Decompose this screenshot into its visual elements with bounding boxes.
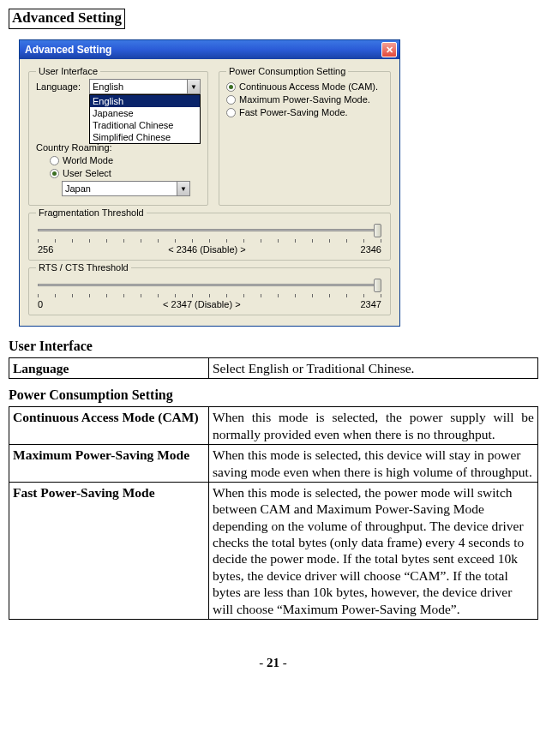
user-interface-table: Language Select English or Traditional C… xyxy=(9,357,538,379)
language-dropdown[interactable]: English ▼ xyxy=(89,79,201,94)
power-option-max-label: Maximum Power-Saving Mode. xyxy=(239,94,370,105)
user-interface-heading: User Interface xyxy=(9,339,537,354)
user-interface-legend: User Interface xyxy=(36,66,100,76)
slider-track xyxy=(38,229,381,231)
close-button[interactable]: ✕ xyxy=(381,42,397,57)
country-value: Japan xyxy=(65,183,91,194)
power-option-cam-label: Continuous Access Mode (CAM). xyxy=(239,81,378,92)
fragmentation-panel: Fragmentation Threshold 256 < 2346 (Disa… xyxy=(28,213,391,261)
frag-center: < 2346 (Disable) > xyxy=(168,244,246,255)
footer-prefix: - xyxy=(259,656,267,669)
fragmentation-slider[interactable] xyxy=(38,222,381,243)
rts-slider[interactable] xyxy=(38,277,381,297)
user-interface-panel: User Interface Language: English ▼ Engli… xyxy=(28,71,208,206)
language-option-traditional-chinese[interactable]: Traditional Chinese xyxy=(90,119,200,131)
dialog-titlebar[interactable]: Advanced Setting ✕ xyxy=(20,40,399,59)
radio-icon xyxy=(226,95,236,105)
language-value: English xyxy=(93,81,123,92)
close-icon: ✕ xyxy=(386,45,393,56)
rts-center: < 2347 (Disable) > xyxy=(163,299,241,309)
roaming-world-label: World Mode xyxy=(63,155,113,165)
language-dropdown-wrap: English ▼ English Japanese Traditional C… xyxy=(89,79,201,94)
footer-suffix: - xyxy=(279,656,287,669)
power-option-max[interactable]: Maximum Power-Saving Mode. xyxy=(226,94,383,105)
slider-thumb[interactable] xyxy=(374,279,381,292)
power-val-max: When this mode is selected, this device … xyxy=(209,445,538,483)
slider-track xyxy=(38,284,381,286)
page-footer: - 21 - xyxy=(9,656,537,670)
power-option-fast-label: Fast Power-Saving Mode. xyxy=(239,107,348,117)
power-key-max: Maximum Power-Saving Mode xyxy=(9,445,209,483)
power-consumption-table: Continuous Access Mode (CAM) When this m… xyxy=(9,406,538,620)
power-legend: Power Consumption Setting xyxy=(226,66,348,76)
language-label: Language: xyxy=(36,81,84,92)
country-dropdown[interactable]: Japan ▼ xyxy=(62,181,190,196)
roaming-user-label: User Select xyxy=(63,168,111,178)
page-title: Advanced Setting xyxy=(12,9,122,26)
radio-icon xyxy=(50,156,59,165)
ui-val-language: Select English or Traditional Chinese. xyxy=(209,358,538,379)
language-option-english[interactable]: English xyxy=(90,95,200,107)
footer-page: 21 xyxy=(267,656,279,669)
table-row: Maximum Power-Saving Mode When this mode… xyxy=(9,445,538,483)
fragmentation-legend: Fragmentation Threshold xyxy=(36,207,147,218)
power-option-cam[interactable]: Continuous Access Mode (CAM). xyxy=(226,81,383,92)
chevron-down-icon: ▼ xyxy=(177,182,189,195)
fragmentation-labels: 256 < 2346 (Disable) > 2346 xyxy=(38,244,381,255)
power-key-fast: Fast Power-Saving Mode xyxy=(9,482,209,619)
power-val-fast: When this mode is selected, the power mo… xyxy=(209,482,538,619)
language-option-simplified-chinese[interactable]: Simplified Chinese xyxy=(90,131,200,143)
rts-labels: 0 < 2347 (Disable) > 2347 xyxy=(38,299,381,309)
radio-icon xyxy=(226,82,236,92)
chevron-down-icon: ▼ xyxy=(187,80,200,93)
frag-max: 2346 xyxy=(361,244,381,255)
rts-min: 0 xyxy=(38,299,43,309)
radio-icon xyxy=(50,169,59,178)
advanced-setting-dialog: Advanced Setting ✕ User Interface Langua… xyxy=(19,39,400,327)
roaming-world-option[interactable]: World Mode xyxy=(50,155,201,165)
rts-cts-panel: RTS / CTS Threshold 0 < 2347 (Disable) >… xyxy=(28,267,391,315)
rts-max: 2347 xyxy=(361,299,381,309)
power-val-cam: When this mode is selected, the power su… xyxy=(209,407,538,445)
power-option-fast[interactable]: Fast Power-Saving Mode. xyxy=(226,107,383,117)
table-row: Fast Power-Saving Mode When this mode is… xyxy=(9,482,538,619)
frag-min: 256 xyxy=(38,244,53,255)
power-consumption-heading: Power Consumption Setting xyxy=(9,387,537,403)
dialog-body: User Interface Language: English ▼ Engli… xyxy=(20,59,399,326)
language-option-japanese[interactable]: Japanese xyxy=(90,107,200,119)
slider-thumb[interactable] xyxy=(374,224,381,237)
rts-legend: RTS / CTS Threshold xyxy=(36,262,131,273)
page-title-box: Advanced Setting xyxy=(9,9,125,29)
power-key-cam: Continuous Access Mode (CAM) xyxy=(9,407,209,445)
power-consumption-panel: Power Consumption Setting Continuous Acc… xyxy=(219,71,391,206)
roaming-user-option[interactable]: User Select xyxy=(50,168,201,178)
ui-key-language: Language xyxy=(9,358,209,379)
radio-icon xyxy=(226,108,236,117)
table-row: Continuous Access Mode (CAM) When this m… xyxy=(9,407,538,445)
dialog-title: Advanced Setting xyxy=(25,44,111,56)
language-dropdown-list: English Japanese Traditional Chinese Sim… xyxy=(89,94,201,144)
table-row: Language Select English or Traditional C… xyxy=(9,358,538,379)
